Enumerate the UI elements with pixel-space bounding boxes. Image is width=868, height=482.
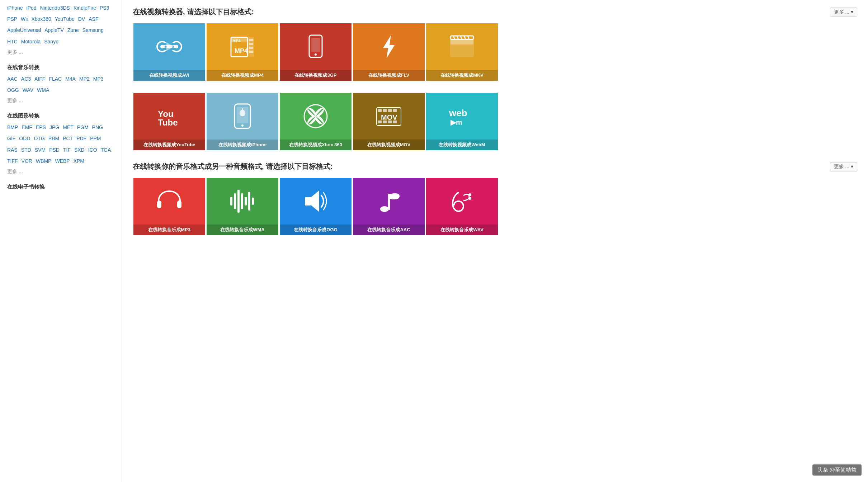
- sidebar-link-aiff[interactable]: AIFF: [34, 75, 45, 84]
- sidebar-link-pgm[interactable]: PGM: [77, 123, 89, 132]
- sidebar-link-otg[interactable]: OTG: [34, 134, 44, 143]
- sidebar-link-pbm[interactable]: PBM: [48, 134, 59, 143]
- sidebar-link-std[interactable]: STD: [21, 146, 31, 155]
- sidebar-link-mp2[interactable]: MP2: [79, 75, 90, 84]
- sidebar-link-ac3[interactable]: AC3: [21, 75, 31, 84]
- sidebar-link-ppm[interactable]: PPM: [90, 134, 101, 143]
- sidebar-link-ogg[interactable]: OGG: [7, 86, 19, 95]
- sidebar-link-tiff[interactable]: TIFF: [7, 157, 18, 166]
- tile-music-ogg-icon: [280, 178, 352, 225]
- sidebar-link-jpg[interactable]: JPG: [49, 123, 59, 132]
- sidebar-link-flac[interactable]: FLAC: [49, 75, 62, 84]
- sidebar-link-mp3[interactable]: MP3: [93, 75, 104, 84]
- sidebar-link-wbmp[interactable]: WBMP: [36, 157, 52, 166]
- tile-mp4[interactable]: MP4 MP4 在线转换视频成MP4: [207, 23, 278, 81]
- tile-webm-icon: web ▶m: [426, 93, 498, 140]
- tile-flv[interactable]: 在线转换视频成FLV: [353, 23, 425, 81]
- svg-marker-59: [311, 190, 319, 212]
- sidebar: iPhone iPod Nintendo3DS KindleFire PS3 P…: [0, 0, 122, 482]
- tile-music-aac[interactable]: 在线转换音乐成AAC: [353, 178, 425, 235]
- svg-rect-52: [234, 193, 236, 209]
- sidebar-music-title: 在线音乐转换: [7, 64, 114, 71]
- main-content: 在线视频转换器, 请选择以下目标格式: 更多 ... ▾: [122, 0, 868, 482]
- sidebar-link-appuniversal[interactable]: AppleUniversal: [7, 26, 41, 35]
- sidebar-link-tga[interactable]: TGA: [101, 146, 111, 155]
- tile-mp4-icon: MP4 MP4: [207, 23, 278, 70]
- sidebar-link-asf[interactable]: ASF: [89, 15, 98, 24]
- device-more-link[interactable]: 更多 ...: [7, 49, 23, 55]
- sidebar-link-motorola[interactable]: Motorola: [21, 37, 41, 46]
- sidebar-link-wii[interactable]: Wii: [21, 15, 28, 24]
- sidebar-link-ipod[interactable]: iPod: [27, 4, 37, 13]
- sidebar-link-xpm[interactable]: XPM: [74, 157, 84, 166]
- sidebar-link-ico[interactable]: ICO: [88, 146, 97, 155]
- tile-3gp[interactable]: 在线转换视频成3GP: [280, 23, 352, 81]
- tile-iphone[interactable]: 在线转换视频成iPhone: [207, 93, 278, 150]
- tile-youtube[interactable]: You Tube 在线转换视频成YouTube: [133, 93, 205, 150]
- sidebar-link-bmp[interactable]: BMP: [7, 123, 18, 132]
- sidebar-link-pct[interactable]: PCT: [63, 134, 73, 143]
- sidebar-link-ps3[interactable]: PS3: [100, 4, 109, 13]
- tile-mov[interactable]: MOV 在线转换视频成MOV: [353, 93, 425, 150]
- sidebar-link-dv[interactable]: DV: [78, 15, 85, 24]
- sidebar-link-svm[interactable]: SVM: [35, 146, 46, 155]
- sidebar-link-xbox360[interactable]: Xbox360: [31, 15, 51, 24]
- sidebar-link-psp[interactable]: PSP: [7, 15, 17, 24]
- tile-xbox-icon: [280, 93, 352, 140]
- sidebar-link-youtube[interactable]: YouTube: [55, 15, 75, 24]
- tile-music-aac-label: 在线转换音乐成AAC: [353, 225, 425, 235]
- sidebar-link-m4a[interactable]: M4A: [65, 75, 76, 84]
- tile-music-wma-icon: [207, 178, 278, 225]
- tile-mkv-icon: [426, 23, 498, 70]
- tile-music-aac-icon: [353, 178, 425, 225]
- image-more-link[interactable]: 更多 ...: [7, 169, 23, 174]
- svg-rect-13: [249, 39, 253, 41]
- sidebar-link-odd[interactable]: ODD: [19, 134, 30, 143]
- sidebar-link-nintendo3ds[interactable]: Nintendo3DS: [40, 4, 70, 13]
- music-more-link[interactable]: 更多 ...: [7, 98, 23, 103]
- sidebar-link-sanyo[interactable]: Sanyo: [44, 37, 58, 46]
- sidebar-link-pdf[interactable]: PDF: [76, 134, 86, 143]
- video-more-button[interactable]: 更多 ... ▾: [830, 8, 857, 17]
- tile-avi[interactable]: 在线转换视频成AVI: [133, 23, 205, 81]
- sidebar-link-eps[interactable]: EPS: [36, 123, 46, 132]
- sidebar-link-ras[interactable]: RAS: [7, 146, 18, 155]
- sidebar-link-met[interactable]: MET: [63, 123, 74, 132]
- svg-text:Tube: Tube: [158, 118, 178, 127]
- sidebar-link-gif[interactable]: GIF: [7, 134, 15, 143]
- svg-rect-23: [450, 39, 473, 44]
- sidebar-link-tif[interactable]: TIF: [63, 146, 71, 155]
- music-more-button[interactable]: 更多 ... ▾: [830, 162, 857, 171]
- sidebar-link-emf[interactable]: EMF: [22, 123, 32, 132]
- sidebar-link-samsung[interactable]: Samsung: [82, 26, 104, 35]
- tile-music-wma[interactable]: 在线转换音乐成WMA: [207, 178, 278, 235]
- svg-rect-39: [383, 109, 387, 112]
- sidebar-link-iphone[interactable]: iPhone: [7, 4, 23, 13]
- tile-webm[interactable]: web ▶m 在线转换视频成WebM: [426, 93, 498, 150]
- svg-text:web: web: [449, 108, 467, 118]
- sidebar-link-webp[interactable]: WEBP: [55, 157, 70, 166]
- tile-xbox[interactable]: 在线转换视频成Xbox 360: [280, 93, 352, 150]
- tile-music-mp3[interactable]: 在线转换音乐成MP3: [133, 178, 205, 235]
- sidebar-link-wma[interactable]: WMA: [37, 86, 49, 95]
- sidebar-link-htc[interactable]: HTC: [7, 37, 18, 46]
- sidebar-link-zune[interactable]: Zune: [67, 26, 79, 35]
- sidebar-ebook-title: 在线电子书转换: [7, 184, 114, 190]
- tile-3gp-icon: [280, 23, 352, 70]
- tile-music-mp3-icon: [133, 178, 205, 225]
- tile-music-ogg[interactable]: 在线转换音乐成OGG: [280, 178, 352, 235]
- sidebar-link-wav[interactable]: WAV: [23, 86, 33, 95]
- sidebar-link-kindlefire[interactable]: KindleFire: [74, 4, 96, 13]
- sidebar-link-appletv[interactable]: AppleTV: [44, 26, 64, 35]
- sidebar-image-title: 在线图形转换: [7, 113, 114, 119]
- svg-point-20: [315, 53, 317, 56]
- sidebar-link-aac[interactable]: AAC: [7, 75, 18, 84]
- svg-rect-15: [249, 47, 253, 49]
- tile-music-wav[interactable]: 在线转换音乐成WAV: [426, 178, 498, 235]
- sidebar-link-psd[interactable]: PSD: [49, 146, 60, 155]
- sidebar-link-png[interactable]: PNG: [92, 123, 103, 132]
- sidebar-link-vor[interactable]: VOR: [22, 157, 32, 166]
- tile-mkv[interactable]: 在线转换视频成MKV: [426, 23, 498, 81]
- music-section-header: 在线转换你的音乐格式成另一种音频格式, 请选择以下目标格式: 更多 ... ▾: [133, 162, 857, 171]
- sidebar-link-sxd[interactable]: SXD: [74, 146, 85, 155]
